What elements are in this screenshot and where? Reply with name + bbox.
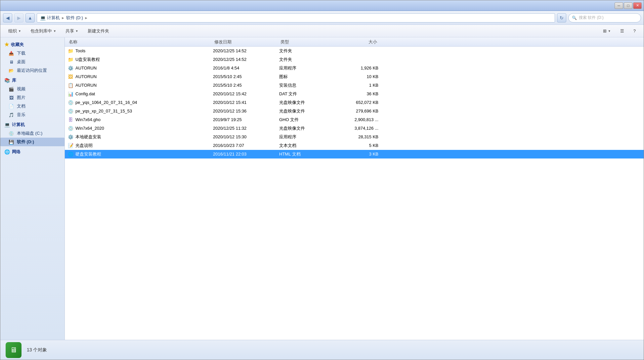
path-computer[interactable]: 计算机 — [47, 15, 60, 21]
table-row[interactable]: 🗄 Win7x64.gho 2019/9/7 19:25 GHO 文件 2,90… — [65, 115, 644, 124]
col-name-header[interactable]: 名称 — [67, 39, 213, 45]
organize-label: 组织 — [8, 28, 17, 34]
main-area: ★ 收藏夹 📥 下载 🖥 桌面 📂 最近访问的位置 — [0, 37, 644, 340]
file-date-cell: 2015/5/10 2:45 — [213, 74, 279, 79]
file-name-cell: 🗄 Win7x64.gho — [67, 117, 213, 123]
file-date-cell: 2016/10/23 7:07 — [213, 143, 279, 148]
file-name-cell: 📊 Config.dat — [67, 91, 213, 97]
col-type-header[interactable]: 类型 — [279, 39, 329, 45]
sidebar-item-download[interactable]: 📥 下载 — [0, 49, 64, 58]
file-type-cell: 应用程序 — [279, 134, 329, 140]
address-path[interactable]: 💻 计算机 ► 软件 (D:) ► — [37, 13, 555, 22]
computer-label: 计算机 — [12, 122, 25, 128]
file-icon: 💿 — [67, 100, 73, 106]
file-name: Win7x64.gho — [75, 117, 101, 122]
maximize-button[interactable]: □ — [624, 2, 632, 9]
file-icon: 📋 — [67, 82, 73, 88]
file-size-cell: 10 KB — [329, 74, 378, 79]
search-placeholder: 搜索 软件 (D:) — [579, 15, 604, 21]
sidebar-item-music[interactable]: 🎵 音乐 — [0, 111, 64, 119]
file-date-cell: 2020/12/25 11:32 — [213, 126, 279, 131]
table-row[interactable]: 💿 pe_yqs_xp_20_07_31_15_53 2020/10/12 15… — [65, 107, 644, 115]
address-bar: ◀ ▶ ▲ 💻 计算机 ► 软件 (D:) ► ↻ 🔍 搜索 软件 (D:) — [0, 11, 644, 25]
search-box[interactable]: 🔍 搜索 软件 (D:) — [568, 13, 641, 22]
include-library-button[interactable]: 包含到库中 ▼ — [26, 26, 60, 36]
file-date-cell: 2020/10/12 15:42 — [213, 91, 279, 96]
file-icon: 💿 — [67, 125, 73, 131]
image-icon: 🖼 — [8, 95, 14, 101]
table-row[interactable]: 💿 Win7x64_2020 2020/12/25 11:32 光盘映像文件 3… — [65, 124, 644, 133]
network-label: 网络 — [12, 149, 21, 155]
favorites-header[interactable]: ★ 收藏夹 — [0, 40, 64, 49]
refresh-button[interactable]: ↻ — [557, 13, 566, 22]
sidebar-download-label: 下载 — [17, 50, 25, 56]
toolbar-right: ⊞ ▼ ☰ ? — [599, 26, 640, 36]
sidebar-item-recent[interactable]: 📂 最近访问的位置 — [0, 66, 64, 75]
help-button[interactable]: ? — [629, 26, 640, 36]
library-icon: 📚 — [4, 78, 10, 83]
col-date-header[interactable]: 修改日期 — [213, 39, 279, 45]
table-row[interactable]: ⚙️ AUTORUN 2016/1/8 4:54 应用程序 1,926 KB — [65, 64, 644, 72]
file-date-cell: 2020/10/12 15:30 — [213, 134, 279, 139]
file-date-cell: 2020/10/12 15:41 — [213, 100, 279, 105]
file-name: Tools — [75, 48, 85, 53]
sidebar: ★ 收藏夹 📥 下载 🖥 桌面 📂 最近访问的位置 — [0, 37, 65, 340]
table-row[interactable]: 📝 光盘说明 2016/10/23 7:07 文本文档 5 KB — [65, 141, 644, 150]
sidebar-drive-c-label: 本地磁盘 (C:) — [17, 130, 42, 136]
file-icon: ⚙️ — [67, 65, 73, 71]
sidebar-item-desktop[interactable]: 🖥 桌面 — [0, 58, 64, 66]
table-row[interactable]: 📁 Tools 2020/12/25 14:52 文件夹 — [65, 47, 644, 55]
file-size-cell: 1 KB — [329, 83, 378, 88]
file-name: AUTORUN — [75, 74, 97, 79]
sidebar-item-video[interactable]: 🎬 视频 — [0, 85, 64, 93]
table-row[interactable]: 📊 Config.dat 2020/10/12 15:42 DAT 文件 36 … — [65, 90, 644, 98]
file-icon: 💿 — [67, 108, 73, 114]
file-date-cell: 2016/1/8 4:54 — [213, 66, 279, 70]
logo-icon: 🖥 — [10, 346, 17, 354]
up-button[interactable]: ▲ — [25, 13, 35, 22]
sidebar-drive-d-label: 软件 (D:) — [17, 139, 34, 145]
file-icon: ⚙️ — [67, 134, 73, 140]
file-type-cell: 文件夹 — [279, 57, 329, 63]
sidebar-item-drive-c[interactable]: 💿 本地磁盘 (C:) — [0, 129, 64, 138]
layout-button[interactable]: ☰ — [616, 26, 628, 36]
sidebar-document-label: 文档 — [17, 103, 25, 109]
file-name: U盘安装教程 — [75, 57, 100, 63]
sidebar-video-label: 视频 — [17, 86, 25, 92]
network-section: 🌐 网络 — [0, 148, 64, 156]
minimize-button[interactable]: ─ — [615, 2, 623, 9]
path-sep-2: ► — [84, 16, 88, 20]
new-folder-button[interactable]: 新建文件夹 — [84, 26, 113, 36]
file-size-cell: 1,926 KB — [329, 66, 378, 70]
path-drive[interactable]: 软件 (D:) — [66, 15, 83, 21]
network-icon: 🌐 — [4, 149, 10, 155]
file-name: AUTORUN — [75, 83, 97, 88]
table-row[interactable]: ⚙️ 本地硬盘安装 2020/10/12 15:30 应用程序 28,315 K… — [65, 133, 644, 141]
table-row[interactable]: 💿 pe_yqs_1064_20_07_31_16_04 2020/10/12 … — [65, 98, 644, 107]
organize-button[interactable]: 组织 ▼ — [4, 26, 25, 36]
col-size-header[interactable]: 大小 — [329, 39, 378, 45]
sidebar-item-document[interactable]: 📄 文档 — [0, 102, 64, 111]
forward-button[interactable]: ▶ — [14, 13, 23, 22]
table-row[interactable]: 📋 AUTORUN 2015/5/10 2:45 安装信息 1 KB — [65, 81, 644, 90]
back-button[interactable]: ◀ — [3, 13, 12, 22]
include-library-arrow: ▼ — [53, 29, 56, 33]
sidebar-item-image[interactable]: 🖼 图片 — [0, 93, 64, 102]
file-type-cell: 光盘映像文件 — [279, 108, 329, 114]
view-options-button[interactable]: ⊞ ▼ — [599, 26, 615, 36]
sidebar-item-drive-d[interactable]: 💾 软件 (D:) — [0, 138, 64, 146]
file-icon: 📝 — [67, 143, 73, 149]
network-header[interactable]: 🌐 网络 — [0, 148, 64, 156]
file-icon: 📁 — [67, 48, 73, 54]
computer-header[interactable]: 💻 计算机 — [0, 120, 64, 129]
file-type-cell: 文件夹 — [279, 48, 329, 54]
share-button[interactable]: 共享 ▼ — [62, 26, 82, 36]
libraries-header[interactable]: 📚 库 — [0, 76, 64, 85]
close-button[interactable]: ✕ — [633, 2, 642, 9]
table-row[interactable]: 🖼 AUTORUN 2015/5/10 2:45 图标 10 KB — [65, 72, 644, 81]
file-size-cell: 652,072 KB — [329, 100, 378, 105]
table-row[interactable]: 🌐 硬盘安装教程 2016/11/21 22:03 HTML 文档 3 KB — [65, 150, 644, 158]
table-row[interactable]: 📁 U盘安装教程 2020/12/25 14:52 文件夹 — [65, 55, 644, 64]
file-date-cell: 2020/12/25 14:52 — [213, 57, 279, 62]
layout-icon: ☰ — [620, 28, 624, 33]
